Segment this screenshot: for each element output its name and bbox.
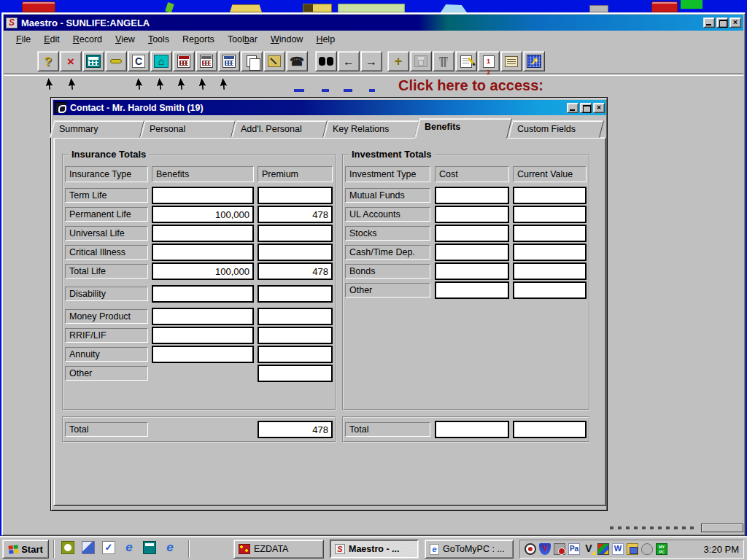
contact-maximize-button[interactable] <box>580 103 592 113</box>
bonds-current-value-field[interactable] <box>513 262 587 280</box>
delete-record-button[interactable] <box>433 51 454 71</box>
tab-benefits[interactable]: Benefits <box>414 118 512 139</box>
pin-folder-button[interactable] <box>263 51 285 71</box>
minus-button[interactable] <box>105 51 127 71</box>
find-button[interactable] <box>315 51 337 71</box>
insurance-total-premium-field[interactable] <box>258 421 333 438</box>
delete-button[interactable]: × <box>60 51 82 71</box>
menu-help[interactable]: Help <box>309 33 341 46</box>
copy-button[interactable] <box>241 51 263 71</box>
backup-disk-icon[interactable] <box>554 543 565 555</box>
annuity-premium-field[interactable] <box>258 346 333 363</box>
notes-check-icon[interactable]: ✓ <box>102 541 115 554</box>
gotomypc-tray-icon[interactable]: MY PC <box>656 543 667 555</box>
click-here-banner[interactable]: Click here to access: <box>398 77 543 94</box>
document-icon[interactable]: Pa <box>568 543 580 555</box>
vshield-icon[interactable]: V <box>583 543 595 555</box>
term-life-benefits-field[interactable] <box>152 187 254 204</box>
calculator-small-icon[interactable] <box>143 541 156 554</box>
pages-button[interactable]: 1 2 <box>478 51 500 71</box>
chart-button[interactable]: ↗ <box>523 51 545 71</box>
magnifier-clock-icon[interactable] <box>525 543 536 555</box>
tab-key-relations[interactable]: Key Relations <box>323 120 419 138</box>
tab-addl-personal[interactable]: Add'l. Personal <box>231 120 328 138</box>
tab-summary[interactable]: Summary <box>50 120 144 138</box>
disability-premium-field[interactable] <box>258 285 333 303</box>
internet-explorer-icon[interactable]: e <box>123 541 136 554</box>
universal-life-premium-field[interactable] <box>258 225 333 242</box>
critical-illness-premium-field[interactable] <box>258 244 333 261</box>
universal-life-benefits-field[interactable] <box>152 225 254 242</box>
add-button[interactable]: + <box>387 51 409 71</box>
contact-titlebar[interactable]: Contact - Mr. Harold Smith (19) × <box>53 100 606 115</box>
start-button[interactable]: Start <box>2 540 49 559</box>
permanent-life-benefits-field[interactable] <box>152 206 254 223</box>
ul-accounts-current-value-field[interactable] <box>513 206 587 223</box>
contact-close-button[interactable]: × <box>593 103 605 113</box>
menu-toolbar[interactable]: Toolbar <box>221 33 264 46</box>
bonds-cost-field[interactable] <box>435 262 509 280</box>
shield-icon[interactable]: V <box>539 543 551 555</box>
internet-explorer-icon[interactable]: e <box>163 541 177 554</box>
other-insurance-premium-field[interactable] <box>258 365 333 382</box>
menu-window[interactable]: Window <box>264 33 309 46</box>
folder-monitor-icon[interactable] <box>627 543 638 555</box>
close-button[interactable]: × <box>729 18 741 28</box>
back-button[interactable]: ← <box>338 51 360 71</box>
edit-note-button[interactable] <box>455 51 477 71</box>
critical-illness-benefits-field[interactable] <box>152 244 254 261</box>
menu-record[interactable]: Record <box>66 33 109 46</box>
money-product-premium-field[interactable] <box>258 308 333 325</box>
rrif-lif-premium-field[interactable] <box>258 327 333 344</box>
menu-tools[interactable]: Tools <box>142 33 176 46</box>
stocks-cost-field[interactable] <box>435 225 509 242</box>
investment-total-current-value-field[interactable] <box>513 421 587 438</box>
calendar-button[interactable] <box>196 51 217 71</box>
task-button-maestro[interactable]: S Maestro - ... <box>330 540 419 559</box>
calendar-grid-button[interactable] <box>218 51 240 71</box>
tab-custom-fields[interactable]: Custom Fields <box>508 120 604 138</box>
cash-time-dep-cost-field[interactable] <box>435 244 509 261</box>
calendar-red-button[interactable] <box>173 51 195 71</box>
contacts-button[interactable]: C <box>128 51 150 71</box>
term-life-premium-field[interactable] <box>258 187 333 204</box>
mutual-funds-current-value-field[interactable] <box>513 187 587 204</box>
display-colors-icon[interactable] <box>597 543 609 555</box>
phone-button[interactable]: ☎ <box>286 51 308 71</box>
maximize-button[interactable] <box>716 18 728 28</box>
menu-edit[interactable]: Edit <box>37 33 66 46</box>
permanent-life-premium-field[interactable] <box>258 206 333 223</box>
help-button[interactable]: ? <box>37 51 59 71</box>
menu-view[interactable]: View <box>109 33 142 46</box>
total-life-premium-field[interactable] <box>258 262 333 280</box>
tab-personal[interactable]: Personal <box>140 120 236 138</box>
ul-accounts-cost-field[interactable] <box>435 206 509 223</box>
calculator-button[interactable] <box>82 51 104 71</box>
cash-time-dep-current-value-field[interactable] <box>513 244 587 261</box>
contact-minimize-button[interactable] <box>567 103 578 113</box>
mutual-funds-cost-field[interactable] <box>435 187 509 204</box>
menu-file[interactable]: File <box>9 33 37 46</box>
task-button-ezdata[interactable]: EZDATA <box>233 540 324 559</box>
save-button[interactable] <box>410 51 432 71</box>
task-button-gotomypc[interactable]: e GoToMyPC : ... <box>425 540 514 559</box>
menu-reports[interactable]: Reports <box>176 33 221 46</box>
minimize-button[interactable] <box>703 18 715 28</box>
word-icon[interactable]: W <box>612 543 624 555</box>
headset-icon[interactable] <box>641 543 653 555</box>
rrif-lif-benefits-field[interactable] <box>152 327 254 344</box>
schedule-icon[interactable] <box>61 541 74 554</box>
investment-total-cost-field[interactable] <box>435 421 509 438</box>
forward-button[interactable]: → <box>360 51 382 71</box>
total-life-benefits-field[interactable] <box>152 262 254 280</box>
other-investment-current-value-field[interactable] <box>513 281 587 299</box>
disability-benefits-field[interactable] <box>152 285 254 303</box>
money-product-benefits-field[interactable] <box>152 308 254 325</box>
stocks-current-value-field[interactable] <box>513 225 587 242</box>
other-investment-cost-field[interactable] <box>435 281 509 299</box>
scroll-button[interactable] <box>500 51 522 71</box>
maestro-titlebar[interactable]: S Maestro - SUNLIFE:ANGELA × <box>4 15 743 31</box>
company-button[interactable]: ⌂ <box>150 51 172 71</box>
annuity-benefits-field[interactable] <box>152 346 254 363</box>
mail-icon[interactable] <box>82 541 95 554</box>
